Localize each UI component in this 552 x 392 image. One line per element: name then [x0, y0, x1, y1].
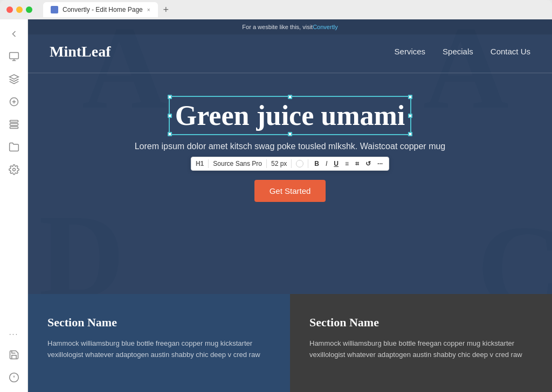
stack-icon[interactable] — [8, 118, 20, 130]
toolbar-align-button[interactable]: ≡ — [343, 159, 350, 168]
svg-rect-0 — [9, 53, 18, 59]
hero-heading[interactable]: Green juice umami — [175, 100, 405, 131]
add-icon[interactable] — [8, 96, 20, 108]
svg-rect-9 — [10, 127, 18, 128]
resize-handle-mr[interactable] — [408, 114, 412, 118]
nav-links: Services Specials Contact Us — [395, 47, 530, 56]
svg-marker-3 — [9, 75, 18, 79]
toolbar-underline-button[interactable]: U — [332, 159, 340, 168]
toolbar-history-button[interactable]: ↺ — [364, 159, 372, 168]
title-bar: Convertly - Edit Home Page × + — [0, 0, 552, 19]
hero-cta-button[interactable]: Get Started — [254, 180, 326, 202]
bottom-sections: Section Name Hammock williamsburg blue b… — [28, 294, 552, 392]
section-card-1: Section Name Hammock williamsburg blue b… — [28, 294, 290, 392]
toolbar-separator-3 — [291, 159, 292, 168]
banner-text: For a wesbite like this, visit — [242, 24, 313, 30]
svg-point-10 — [12, 169, 15, 171]
nav-contact[interactable]: Contact Us — [491, 47, 530, 56]
toolbar-separator-1 — [208, 159, 209, 168]
new-tab-button[interactable]: + — [159, 4, 174, 16]
site-logo: MintLeaf — [50, 43, 111, 60]
resize-handle-tc[interactable] — [288, 95, 292, 99]
back-arrow-icon[interactable] — [8, 28, 20, 40]
hero-section: A A D C For a wesbite like this, visit C… — [28, 19, 552, 294]
resize-handle-bl[interactable] — [168, 132, 172, 136]
gear-icon[interactable] — [8, 164, 20, 176]
tab-close-button[interactable]: × — [147, 7, 150, 13]
more-options-icon[interactable]: ··· — [9, 330, 19, 338]
resize-handle-br[interactable] — [408, 132, 412, 136]
resize-handle-ml[interactable] — [168, 114, 172, 118]
section-text-1: Hammock williamsburg blue bottle freegan… — [47, 338, 271, 361]
banner-link[interactable]: Convertly — [313, 24, 337, 30]
close-button[interactable] — [6, 6, 13, 13]
toolbar-heading-tag: H1 — [196, 160, 204, 167]
traffic-lights — [6, 6, 32, 13]
maximize-button[interactable] — [26, 6, 32, 13]
monitor-icon[interactable] — [8, 51, 20, 62]
toolbar-color-picker[interactable] — [296, 160, 303, 167]
minimize-button[interactable] — [16, 6, 23, 13]
toolbar-bold-button[interactable]: B — [313, 159, 321, 168]
main-content: A A D C For a wesbite like this, visit C… — [28, 19, 552, 392]
tab-title: Convertly - Edit Home Page — [63, 6, 143, 13]
browser-window: Convertly - Edit Home Page × + ··· — [0, 0, 552, 392]
resize-handle-tr[interactable] — [408, 95, 412, 99]
folder-icon[interactable] — [8, 141, 20, 153]
toolbar-separator-2 — [266, 159, 267, 168]
section-card-2: Section Name Hammock williamsburg blue b… — [290, 294, 552, 392]
toolbar-separator-4 — [308, 159, 308, 168]
toolbar-more-button[interactable]: ··· — [376, 159, 384, 168]
text-editor-toolbar[interactable]: H1 Source Sans Pro 52 px B I U ≡ ⌗ ↺ — [191, 157, 389, 171]
section-name-1: Section Name — [47, 316, 271, 330]
hero-content: H1 Source Sans Pro 52 px B I U ≡ ⌗ ↺ — [28, 73, 552, 202]
section-text-2: Hammock williamsburg blue bottle freegan… — [309, 338, 533, 361]
resize-handle-tl[interactable] — [168, 95, 172, 99]
hero-heading-wrapper[interactable]: Green juice umami — [175, 100, 405, 131]
nav-services[interactable]: Services — [395, 47, 426, 56]
section-name-2: Section Name — [309, 316, 533, 330]
svg-rect-7 — [10, 121, 18, 122]
tab-favicon — [51, 6, 58, 13]
nav-specials[interactable]: Specials — [443, 47, 473, 56]
website-preview: A A D C For a wesbite like this, visit C… — [28, 19, 552, 392]
tab-bar: Convertly - Edit Home Page × + — [43, 2, 173, 17]
site-nav: For a wesbite like this, visit Convertly… — [28, 19, 552, 73]
left-sidebar: ··· — [0, 19, 28, 392]
toolbar-font-size[interactable]: 52 px — [271, 160, 287, 167]
layers-icon[interactable] — [8, 73, 20, 85]
resize-handle-bc[interactable] — [288, 132, 292, 136]
toolbar-font-name[interactable]: Source Sans Pro — [213, 160, 262, 167]
info-icon[interactable] — [8, 372, 20, 383]
svg-rect-8 — [10, 123, 18, 125]
top-banner: For a wesbite like this, visit Convertly — [28, 19, 552, 34]
toolbar-link-button[interactable]: ⌗ — [354, 159, 361, 168]
active-tab[interactable]: Convertly - Edit Home Page × — [43, 2, 158, 17]
toolbar-italic-button[interactable]: I — [324, 159, 329, 168]
save-icon[interactable] — [8, 349, 20, 361]
